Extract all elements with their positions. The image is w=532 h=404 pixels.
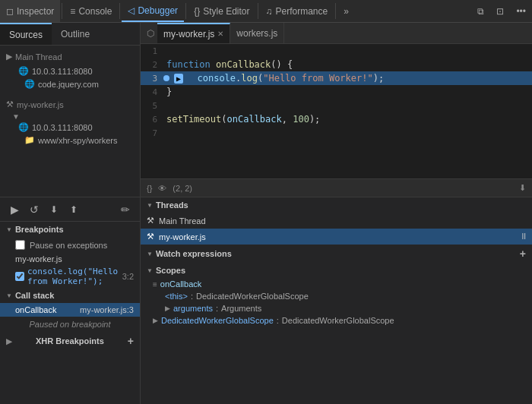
more-icon: » [344, 6, 349, 17]
debugger-icon: ◁ [128, 5, 135, 16]
curly-icon: {} [147, 184, 152, 193]
debug-toolbar: ▶ ↺ ⬇︎ ⬆︎ ✏ [0, 197, 140, 222]
edit-btn[interactable]: ✏ [117, 201, 134, 218]
sources-label: Sources [9, 30, 43, 40]
code-line-6: 6 setTimeout(onCallback, 100); [141, 112, 532, 126]
scope-arguments[interactable]: ▶ arguments : Arguments [141, 302, 532, 314]
colon: : [216, 304, 218, 313]
xhr-header[interactable]: ▶ XHR Breakpoints + [0, 332, 140, 350]
line-num: 6 [141, 115, 163, 125]
tree-expand-row: ▼ [0, 112, 140, 121]
thread-label: Main Thread [159, 216, 206, 226]
style-editor-icon: {} [194, 6, 200, 17]
thread-my-worker[interactable]: ⚒ my-worker.js II [141, 229, 532, 245]
file-tab-workers[interactable]: workers.js [230, 23, 284, 43]
debugger-left: ▶ ↺ ⬇︎ ⬆︎ ✏ ▼ Breakpoints Pause on excep… [0, 197, 141, 404]
callstack-header[interactable]: ▼ Call stack [0, 288, 140, 303]
toolbar-btn-inspector[interactable]: ◻ Inspector [0, 0, 60, 22]
watch-header[interactable]: ▼ Watch expressions + [141, 245, 532, 263]
debugger-label: Debugger [138, 5, 178, 16]
callstack-item-1[interactable]: onCallback my-worker.js:3 [0, 303, 140, 317]
bp-checkbox[interactable] [15, 272, 24, 281]
worker-icon: ⚒ [6, 99, 14, 109]
tree-item-jquery[interactable]: 🌐 code.jquery.com [0, 77, 140, 90]
step-in-btn[interactable]: ⬇︎ [46, 201, 62, 218]
window-icon-1[interactable]: ⧉ [471, 6, 490, 17]
scope-name: onCallback [160, 279, 201, 289]
scroll-icon: ⬇ [519, 183, 526, 193]
window-icon-2[interactable]: ⊡ [490, 6, 510, 17]
group-label: Main Thread [15, 52, 62, 62]
sep [335, 3, 336, 19]
xhr-plus-btn[interactable]: + [128, 335, 134, 347]
callstack-fn: onCallback [15, 305, 56, 314]
pause-exceptions-checkbox[interactable] [15, 240, 25, 250]
scopes-label: Scopes [156, 266, 185, 275]
globe-icon: 🌐 [18, 66, 29, 76]
tree-group-my-worker: ⚒ my-worker.js [0, 96, 140, 112]
scope-expand-icon: ▶ [165, 305, 170, 312]
breakpoints-label: Breakpoints [15, 225, 64, 234]
scope-key: arguments [173, 304, 213, 313]
inspector-icon: ◻ [6, 6, 14, 17]
toolbar-btn-debugger[interactable]: ◁ Debugger [122, 0, 184, 22]
breakpoints-header[interactable]: ▼ Breakpoints [0, 222, 140, 237]
code-statusbar: {} 👁 (2, 2) ⬇ [141, 178, 532, 197]
globe-icon2: 🌐 [18, 122, 29, 132]
expand-arrow: ▼ [0, 112, 20, 121]
scope-value: DedicatedWorkerGlobalScope [282, 316, 394, 325]
toolbar-btn-performance[interactable]: ♫ Performance [260, 0, 334, 22]
style-editor-label: Style Editor [203, 6, 249, 17]
close-icon[interactable]: ✕ [217, 30, 223, 38]
step-out-btn[interactable]: ⬆︎ [65, 201, 82, 218]
thread-icon: ⚒ [147, 232, 154, 241]
tab-outline[interactable]: Outline [52, 23, 99, 45]
file-tab-label: my-worker.js [163, 29, 214, 39]
code-line-2: 2 function onCallback() { [141, 58, 532, 71]
eye-icon: 👁 [158, 184, 166, 193]
breakpoint-dot [163, 75, 169, 81]
scopes-header[interactable]: ▼ Scopes [141, 263, 532, 278]
tree-item-ip1[interactable]: 🌐 10.0.3.111:8080 [0, 65, 140, 77]
tree-item-label: 10.0.3.111:8080 [32, 67, 93, 76]
tab-sources[interactable]: Sources [0, 23, 52, 45]
resume-btn[interactable]: ▶ [6, 201, 23, 218]
thread-main[interactable]: ⚒ Main Thread [141, 213, 532, 229]
group-label: my-worker.js [17, 100, 64, 109]
triangle-icon: ▼ [6, 226, 12, 233]
file-tab-my-worker[interactable]: my-worker.js ✕ [157, 23, 230, 43]
triangle-icon: ▼ [147, 267, 153, 274]
line-num: 4 [141, 87, 163, 97]
step-over-btn[interactable]: ↺ [26, 201, 43, 218]
tree-item-label: www/xhr-spy/workers [38, 136, 118, 145]
sep [62, 3, 62, 19]
toolbar-btn-style-editor[interactable]: {} Style Editor [188, 0, 255, 22]
bp-code: console.log("Hello from Worker!"); [27, 267, 119, 286]
scope-this[interactable]: <this> : DedicatedWorkerGlobalScope [141, 290, 532, 302]
toolbar-btn-console[interactable]: ≡ Console [64, 0, 118, 22]
watch-plus-btn[interactable]: + [520, 248, 526, 260]
toolbar-more-btn[interactable]: » [337, 0, 355, 22]
threads-header[interactable]: ▼ Threads [141, 197, 532, 213]
tree-item-workers-dir[interactable]: 📁 www/xhr-spy/workers [0, 134, 140, 147]
scope-dedicated-worker[interactable]: ▶ DedicatedWorkerGlobalScope : Dedicated… [141, 314, 532, 327]
triangle-icon: ▼ [6, 292, 12, 299]
bp-location: 3:2 [122, 272, 134, 281]
window-icon-3[interactable]: ••• [510, 6, 532, 17]
paused-msg: Paused on breakpoint [0, 317, 140, 332]
center-panel: ⬡ my-worker.js ✕ workers.js 1 2 function… [141, 23, 532, 197]
colon: : [277, 316, 279, 325]
line-num: 2 [141, 60, 163, 70]
thread-label: my-worker.js [159, 232, 206, 241]
scope-key: DedicatedWorkerGlobalScope [161, 316, 274, 325]
line-content: console.log("Hello from Worker!"); [183, 73, 384, 84]
toolbar-right: ⧉ ⊡ ••• [471, 0, 532, 22]
xhr-triangle: ▶ [6, 337, 12, 346]
tree-item-ip2[interactable]: 🌐 10.0.3.111:8080 [0, 121, 140, 134]
position: (2, 2) [173, 184, 192, 193]
bp-item-1[interactable]: console.log("Hello from Worker!"); 3:2 [0, 265, 140, 288]
left-panel: Sources Outline ▶ Main Thread 🌐 10.0.3.1… [0, 23, 141, 197]
performance-icon: ♫ [266, 6, 273, 17]
scope-oncallback[interactable]: ≡ onCallback [141, 278, 532, 290]
scope-value: Arguments [221, 304, 261, 313]
